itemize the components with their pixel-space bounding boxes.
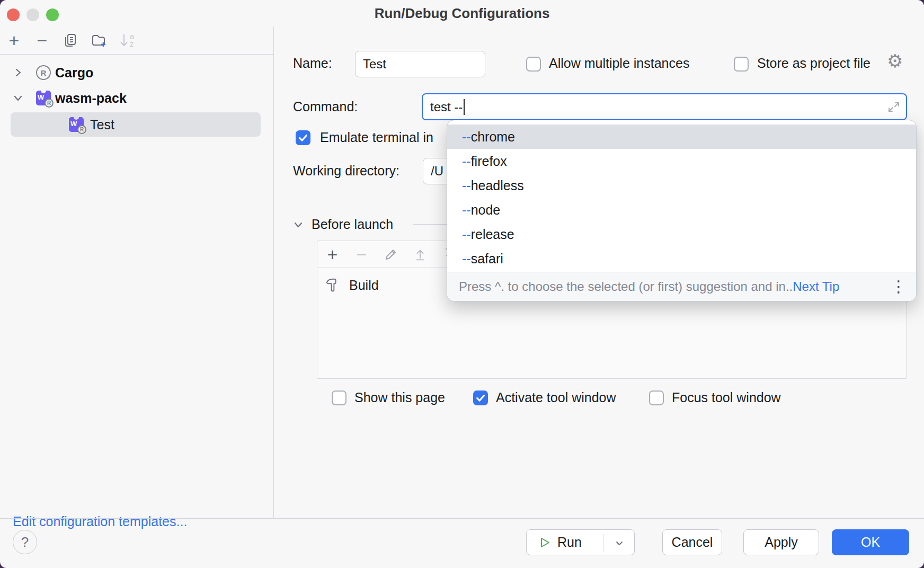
tree-item-label: Cargo (55, 65, 93, 81)
gear-icon[interactable]: ⚙ (887, 50, 903, 72)
suggestion-item-chrome[interactable]: --chrome (447, 125, 916, 149)
suggestion-list: --chrome --firefox --headless --node --r… (447, 120, 916, 271)
check-icon (475, 392, 486, 404)
suggestion-item-headless[interactable]: --headless (447, 173, 916, 198)
section-chevron-down-icon[interactable] (292, 219, 304, 230)
command-autocomplete-popup: --chrome --firefox --headless --node --r… (447, 120, 917, 301)
remove-task-button[interactable]: − (353, 245, 370, 263)
tree-item-cargo[interactable]: R Cargo (0, 60, 274, 85)
activate-tool-window-checkbox[interactable] (473, 390, 488, 405)
build-task-item[interactable]: Build (349, 278, 379, 293)
suggestion-item-release[interactable]: --release (447, 222, 916, 246)
suggestion-item-node[interactable]: --node (447, 198, 916, 222)
focus-tool-window-checkbox[interactable] (649, 390, 664, 405)
cancel-button[interactable]: Cancel (662, 529, 722, 555)
move-task-up-button[interactable] (411, 245, 429, 263)
play-icon (538, 536, 551, 549)
focus-tool-window-label: Focus tool window (672, 390, 781, 405)
minus-icon: − (37, 31, 48, 49)
sort-configurations-button[interactable]: az (118, 32, 135, 49)
new-folder-button[interactable] (90, 32, 107, 49)
button-separator (603, 534, 603, 552)
rust-badge-icon: R (45, 99, 54, 108)
tree-item-label: Test (90, 117, 114, 132)
hint-text: Press ^. to choose the selected (or firs… (459, 279, 793, 294)
run-button-label: Run (557, 535, 582, 550)
working-directory-label: Working directory: (293, 163, 399, 179)
hammer-icon (325, 277, 341, 293)
suggestion-item-safari[interactable]: --safari (447, 246, 916, 271)
plus-icon: + (9, 31, 20, 49)
tree-item-wasm-pack[interactable]: W R wasm-pack (0, 86, 274, 110)
before-launch-section-label: Before launch (312, 217, 393, 232)
ok-button[interactable]: OK (832, 529, 909, 555)
apply-button[interactable]: Apply (743, 529, 819, 555)
sidebar-toolbar: + − az (0, 26, 273, 55)
plus-icon: + (327, 245, 338, 263)
expand-field-icon[interactable] (887, 100, 901, 114)
tree-item-label: wasm-pack (55, 91, 127, 106)
configurations-sidebar: + − az (0, 26, 274, 518)
suggestion-hint-footer: Press ^. to choose the selected (or firs… (447, 272, 916, 301)
store-as-project-file-checkbox[interactable] (734, 57, 749, 72)
name-label: Name: (293, 56, 332, 71)
chevron-down-icon[interactable] (13, 93, 23, 103)
show-this-page-label: Show this page (354, 390, 445, 405)
chevron-right-icon[interactable] (13, 67, 23, 78)
wasm-pack-icon: W R (69, 117, 84, 132)
working-directory-value: /U (431, 164, 443, 179)
kebab-menu-icon[interactable]: ⋮ (891, 279, 907, 295)
name-input[interactable] (355, 51, 485, 77)
minus-icon: − (357, 245, 367, 263)
edit-configuration-templates-link[interactable]: Edit configuration templates... (13, 514, 187, 529)
dialog-title: Run/Debug Configurations (0, 5, 924, 22)
emulate-terminal-checkbox[interactable] (296, 130, 310, 145)
arrow-up-from-line-icon (412, 246, 428, 262)
allow-multiple-instances-label: Allow multiple instances (549, 56, 689, 71)
command-input[interactable]: test -- (422, 93, 907, 120)
wasm-pack-icon: W R (36, 91, 51, 105)
question-mark-icon: ? (21, 534, 29, 551)
edit-task-button[interactable] (382, 245, 399, 263)
chevron-down-icon[interactable] (613, 537, 626, 549)
footer-divider (0, 518, 924, 519)
tree-item-test-selected[interactable]: W R Test (11, 112, 261, 137)
help-button[interactable]: ? (13, 530, 37, 554)
suggestion-item-firefox[interactable]: --firefox (447, 149, 916, 173)
command-value: test -- (430, 100, 463, 114)
copy-configuration-button[interactable] (61, 32, 79, 49)
sort-az-icon: az (119, 33, 134, 48)
pencil-icon (384, 247, 398, 262)
allow-multiple-instances-checkbox[interactable] (526, 57, 541, 72)
run-debug-configurations-dialog: Run/Debug Configurations + − (0, 0, 924, 568)
text-caret (464, 99, 465, 115)
command-label: Command: (293, 99, 358, 114)
next-tip-link[interactable]: Next Tip (793, 279, 839, 294)
emulate-terminal-label: Emulate terminal in (320, 130, 433, 145)
run-split-button[interactable]: Run (526, 529, 635, 555)
activate-tool-window-label: Activate tool window (496, 390, 616, 405)
remove-configuration-button[interactable]: − (33, 32, 51, 49)
check-icon (297, 132, 309, 144)
copy-icon (62, 32, 79, 49)
store-as-project-file-label: Store as project file (757, 56, 870, 71)
add-task-button[interactable]: + (324, 245, 341, 263)
rust-badge-icon: R (77, 125, 86, 134)
new-folder-icon (90, 32, 107, 49)
cargo-icon: R (36, 65, 51, 80)
show-this-page-checkbox[interactable] (332, 390, 346, 405)
add-configuration-button[interactable]: + (5, 32, 23, 49)
